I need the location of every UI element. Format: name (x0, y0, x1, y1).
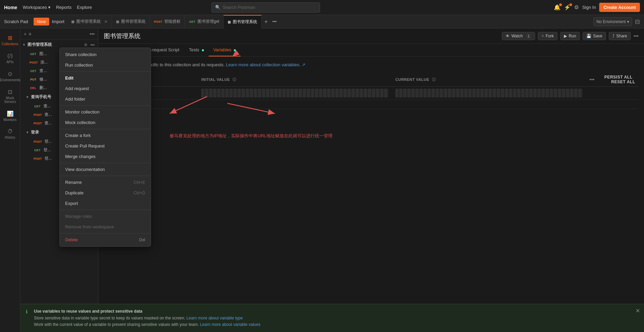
env-label: No Environment (596, 19, 626, 24)
new-button[interactable]: New (34, 18, 49, 25)
ctx-create-fork[interactable]: Create a fork (60, 130, 151, 141)
fork-button[interactable]: ⑂ Fork (538, 32, 557, 40)
save-icon: 💾 (586, 34, 591, 38)
tab-bar: ▦ 图书管理系统 ✕ ▦ 图书管理系统 POST 登陆授权 GET 图书管理ge… (67, 15, 591, 29)
notifications-icon[interactable]: 🔔 (554, 4, 561, 11)
variables-section: These variables are specific to this col… (98, 57, 644, 115)
var-initial-input[interactable] (201, 89, 389, 98)
ctx-run-collection[interactable]: Run collection (60, 60, 151, 70)
settings-icon[interactable]: ⚙ (574, 4, 579, 11)
vars-learn-more-link[interactable]: Learn more about collection variables. ↗ (226, 62, 305, 67)
run-label: Run (569, 34, 576, 38)
monitors-icon: 📊 (7, 110, 14, 117)
ctx-divider (60, 233, 151, 233)
search-bar[interactable]: 🔍 Search Postman (211, 2, 320, 13)
tests-dot (202, 49, 204, 51)
tab-more-button[interactable]: ••• (270, 19, 279, 24)
sidebar-item-monitors[interactable]: 📊 Monitors (0, 108, 20, 124)
env-selector[interactable]: No Environment ▾ (593, 17, 632, 26)
add-var-row[interactable]: Add a new variable (104, 100, 639, 109)
reports-nav[interactable]: Reports (56, 5, 72, 10)
var-initial-cell[interactable] (198, 87, 392, 100)
environments-icon: ⊙ (8, 71, 12, 77)
create-account-button[interactable]: Create Account (599, 3, 640, 12)
reset-all-button[interactable]: Reset All (611, 80, 635, 84)
sign-in-button[interactable]: Sign In (582, 5, 596, 10)
more-button[interactable]: ••• (633, 33, 639, 39)
initial-info-icon: ⓘ (232, 77, 236, 82)
sidebar-item-collections[interactable]: ⊞ Collections (0, 32, 20, 49)
var-current-cell[interactable] (392, 87, 586, 100)
ctx-duplicate[interactable]: Duplicate Ctrl+D (60, 188, 151, 198)
sidebar-item-environments[interactable]: ⊙ Environments (0, 68, 20, 85)
info-close-button[interactable]: ✕ (636, 308, 640, 314)
run-icon: ▶ (564, 34, 567, 38)
variable-type-link[interactable]: Learn more about variable type (187, 316, 243, 320)
add-collection-button[interactable]: + (24, 31, 26, 37)
tab-1-close[interactable]: ✕ (104, 19, 108, 24)
chevron-down-icon: ▾ (627, 19, 629, 24)
var-current-input[interactable] (395, 89, 583, 98)
variable-values-link[interactable]: Learn more about variable values (200, 322, 260, 327)
collections-icon: ⊞ (8, 35, 12, 41)
share-button[interactable]: ⤴ Share (609, 32, 631, 40)
ctx-edit[interactable]: Edit (60, 73, 151, 83)
collection-more-icon[interactable]: ••• (90, 42, 95, 47)
apis-label: APIs (6, 60, 14, 64)
star-icon[interactable]: ☆ (84, 42, 88, 47)
sidebar-item-apis[interactable]: ⟨/⟩ APIs (0, 50, 20, 67)
ctx-merge-changes[interactable]: Merge changes (60, 151, 151, 162)
ctx-add-request[interactable]: Add request (60, 83, 151, 94)
tab-3-label: 登陆授权 (164, 19, 181, 24)
top-bar: Home Workspaces ▾ Reports Explore 🔍 Sear… (0, 0, 644, 15)
share-icon: ⤴ (612, 34, 614, 38)
tab-variables[interactable]: Variables (209, 44, 241, 56)
filter-button[interactable]: ≡ (29, 31, 31, 37)
sidebar-item-history[interactable]: ⏱ History (0, 126, 20, 142)
caret-icon: ▾ (26, 130, 28, 134)
sidebar-item-mock-servers[interactable]: ⊡ Mock Servers (0, 86, 20, 106)
collection-tabs: Authorization Pre-request Script Tests V… (98, 44, 644, 57)
sidebar-toggle-icon[interactable]: ⊟ (635, 18, 640, 25)
info-line-3: Work with the current value of a variabl… (34, 321, 639, 328)
more-options-button[interactable]: ••• (90, 31, 95, 37)
tab-3[interactable]: POST 登陆授权 (150, 15, 185, 29)
ctx-divider (60, 71, 151, 72)
tab-5[interactable]: ▦ 图书管理系统 (224, 15, 262, 29)
table-more-button[interactable]: ••• (589, 77, 594, 82)
tab-tests[interactable]: Tests (184, 44, 209, 56)
ctx-divider (60, 163, 151, 163)
ctx-add-folder[interactable]: Add folder (60, 94, 151, 104)
tab-1[interactable]: ▦ 图书管理系统 ✕ (67, 15, 112, 29)
tab-3-method: POST (154, 20, 163, 23)
ctx-view-documentation[interactable]: View documentation (60, 164, 151, 175)
run-button[interactable]: ▶ Run (560, 32, 580, 40)
watch-button[interactable]: 👁 Watch 1 (502, 32, 535, 40)
ctx-create-pull-request[interactable]: Create Pull Request (60, 141, 151, 151)
import-button[interactable]: Import (52, 19, 64, 24)
workspaces-nav[interactable]: Workspaces ▾ (23, 5, 51, 10)
explore-nav[interactable]: Explore (77, 5, 92, 10)
ctx-delete[interactable]: Delete Del (60, 234, 151, 245)
share-label: Share (616, 34, 627, 38)
ctx-export[interactable]: Export (60, 198, 151, 209)
col-persist-reset: Persist All Reset All (598, 73, 639, 87)
ctx-mock-collection[interactable]: Mock collection (60, 117, 151, 128)
apis-icon: ⟨/⟩ (7, 53, 13, 59)
tab-add-button[interactable]: + (262, 19, 270, 25)
tab-1-label: 图书管理系统 (76, 19, 101, 24)
tab-2[interactable]: ▦ 图书管理系统 (112, 15, 150, 29)
ctx-share-collection[interactable]: Share collection (60, 49, 151, 60)
search-icon: 🔍 (215, 5, 221, 10)
tab-4-method: GET (189, 20, 195, 23)
ctx-rename[interactable]: Rename Ctrl+E (60, 177, 151, 188)
home-nav[interactable]: Home (4, 5, 17, 10)
ctx-monitor-collection[interactable]: Monitor collection (60, 107, 151, 117)
notif-badge (559, 3, 562, 6)
save-button[interactable]: 💾 Save (583, 32, 606, 40)
main-layout: ⊞ Collections ⟨/⟩ APIs ⊙ Environments ⊡ … (0, 29, 644, 332)
lightning-icon[interactable]: ⚡ (564, 4, 571, 11)
tab-4[interactable]: GET 图书管理get (185, 15, 224, 29)
tab-4-label: 图书管理get (197, 19, 220, 24)
persist-all-button[interactable]: Persist All (604, 75, 632, 80)
